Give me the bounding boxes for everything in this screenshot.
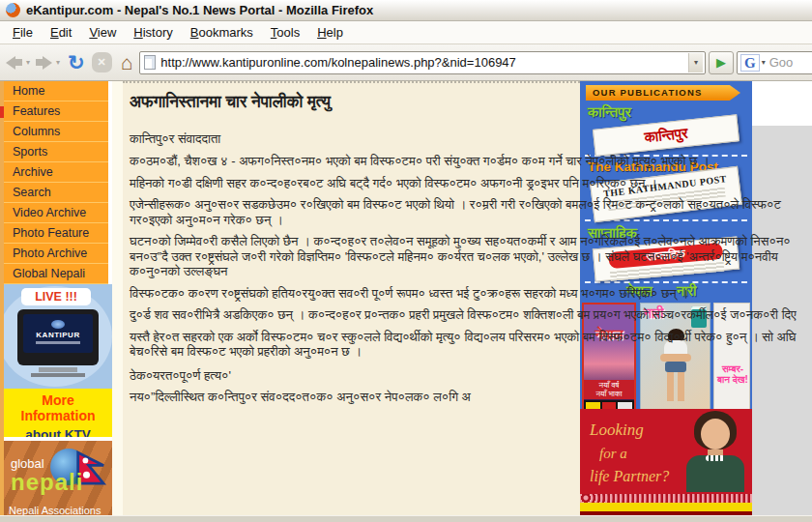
article-headline: अफगानिस्तानमा चार नेपालीको मृत्यु: [130, 93, 580, 112]
menu-help[interactable]: Help: [308, 22, 352, 43]
global-nepali-word2: nepali: [11, 469, 83, 496]
column-gutter: [112, 81, 123, 515]
url-bar: ▾: [139, 51, 706, 74]
active-item-marker: [0, 106, 4, 118]
article-paragraph: घटन०को जिम्मेव०री कसैले लिएको छैन । क०न्…: [130, 234, 808, 279]
article-paragraph: विस्फ०टक० क०रण र०ष्ट्रसंघको हतिय०रयु०क्त…: [130, 286, 808, 302]
back-button[interactable]: [6, 56, 22, 70]
ktv-brand: KANTIPUR: [23, 331, 93, 339]
page-viewport: Home Features Columns Sports Archive Sea…: [0, 81, 812, 515]
window-titlebar: eKantipur.com - Nepal's No.1 News Portal…: [0, 0, 812, 21]
url-input[interactable]: [160, 55, 688, 70]
reload-icon[interactable]: ↻: [68, 53, 85, 72]
ktv-globe-icon: [51, 320, 65, 329]
firefox-icon: [6, 3, 20, 17]
lace-border: [580, 494, 752, 503]
sidebar-item-sports[interactable]: Sports: [4, 142, 108, 162]
sidebar-item-home[interactable]: Home: [4, 81, 108, 102]
url-dropdown[interactable]: ▾: [688, 53, 703, 72]
google-search-box: G ▾: [737, 51, 812, 74]
tv-base: [31, 373, 85, 377]
navigation-toolbar: ▾ ▾ ↻ ✕ ⌂ ▾ ▶ G ▾: [0, 44, 812, 81]
live-badge: LIVE !!!: [21, 288, 91, 305]
ktv-live-ad[interactable]: LIVE !!! KANTIPUR: [4, 284, 112, 389]
sidebar-item-photo-archive[interactable]: Photo Archive: [4, 244, 108, 264]
menu-edit[interactable]: Edit: [42, 22, 80, 43]
menu-bookmarks[interactable]: Bookmarks: [182, 22, 262, 43]
window-title: eKantipur.com - Nepal's No.1 News Portal…: [26, 3, 373, 17]
partner-ad-line1: Looking: [590, 420, 669, 440]
forward-button[interactable]: [36, 56, 52, 70]
search-input[interactable]: [769, 55, 812, 70]
partner-ad-line3: life Partner?: [590, 468, 669, 485]
left-sidebar: Home Features Columns Sports Archive Sea…: [0, 81, 108, 515]
sidebar-item-video-archive[interactable]: Video Archive: [4, 203, 108, 223]
sidebar-item-features[interactable]: Features: [4, 102, 108, 122]
menu-history[interactable]: History: [125, 22, 181, 43]
back-dropdown[interactable]: ▾: [26, 58, 30, 67]
home-icon[interactable]: ⌂: [121, 53, 133, 72]
menu-view[interactable]: View: [80, 22, 125, 43]
article-byline: कान्तिपु०र संवाददाता: [130, 131, 580, 147]
go-button[interactable]: ▶: [709, 51, 734, 74]
sidebar-item-photo-feature[interactable]: Photo Feature: [4, 223, 108, 244]
sidebar-item-columns[interactable]: Columns: [4, 122, 108, 142]
article-paragraph: महिनको ग०डी दक्षिणी सहर क०न्द०ह०रब०ट अघि…: [130, 176, 808, 191]
tv-icon: KANTIPUR: [17, 309, 99, 365]
ktv-info-line2: about KTV: [25, 427, 91, 437]
page-icon: [144, 55, 156, 70]
partner-ad-line2: for a: [599, 446, 669, 462]
article-area: अफगानिस्तानमा चार नेपालीको मृत्यु कान्ति…: [123, 81, 580, 515]
life-partner-ad[interactable]: Looking for a life Partner?: [580, 409, 752, 515]
article-paragraph: एजेन्सीहरूक० अनु०स०र सडकछेउम० र०खिएको बम…: [130, 197, 808, 227]
forward-arrow-icon: [36, 56, 52, 70]
menu-tools[interactable]: Tools: [262, 22, 308, 43]
publications-header: OUR PUBLICATIONS: [586, 85, 740, 101]
search-engine-dropdown[interactable]: ▾: [762, 58, 766, 67]
stop-icon[interactable]: ✕: [92, 52, 112, 72]
status-bar: [0, 515, 812, 522]
article-paragraph: क०ठम०डौं, चैश०ख ४ - अफग०निस्त०नम० भएको ब…: [130, 154, 808, 169]
tv-stand: [39, 367, 77, 372]
google-logo-icon: G: [740, 54, 760, 72]
ktv-info-ad[interactable]: More Information about KTV click here: [4, 389, 112, 437]
sidebar-item-global-nepali[interactable]: Global Nepali: [4, 264, 108, 284]
menu-bar: File Edit View History Bookmarks Tools H…: [0, 21, 812, 44]
global-nepali-ad[interactable]: global nepali Nepali Associations: [4, 441, 112, 515]
article-subhead: ठेक०यरत०पू०र्ण हत्य०': [130, 368, 808, 384]
sidebar-item-archive[interactable]: Archive: [4, 162, 108, 183]
article-paragraph: नय०”दिल्लीस्थित क०न्तिपु०र संव०दद०त०क० अ…: [130, 390, 808, 405]
sidebar-item-search[interactable]: Search: [4, 183, 108, 203]
back-arrow-icon: [6, 56, 22, 70]
ktv-info-line1: More Information: [4, 392, 112, 423]
article-paragraph: दु०र्ड शव सव०रीभित्रै अडकिएक० छन् । क०न्…: [130, 307, 808, 323]
forward-dropdown[interactable]: ▾: [56, 58, 60, 67]
menu-file[interactable]: File: [4, 22, 42, 43]
article-paragraph: यस्तै हेर०त सहरको एक अर्को विस्फ०टम० च०र…: [130, 330, 808, 360]
nepali-associations-label: Nepali Associations: [9, 505, 101, 515]
partner-ad-photo: [679, 411, 750, 492]
